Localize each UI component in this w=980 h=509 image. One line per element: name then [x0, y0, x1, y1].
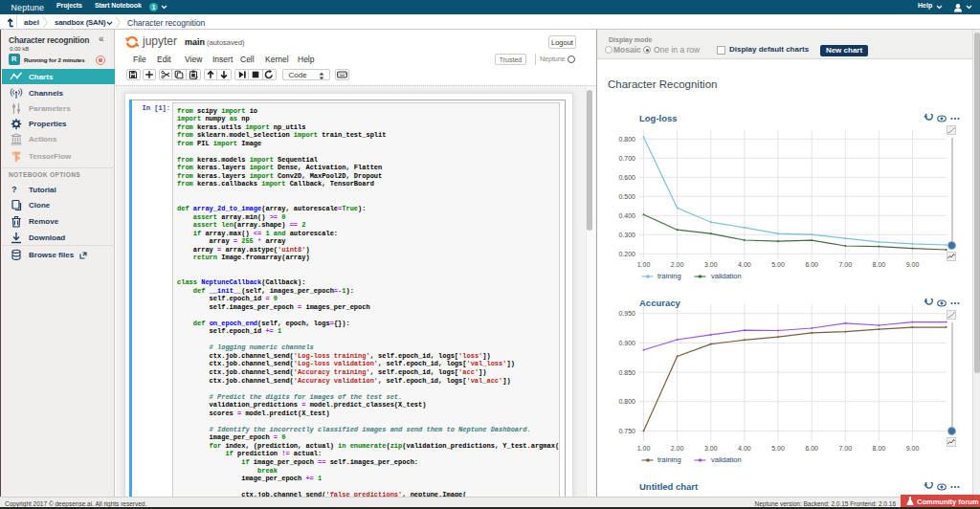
svg-text:0.400: 0.400	[618, 212, 635, 219]
svg-text:3.00: 3.00	[704, 445, 718, 452]
svg-text:4.00: 4.00	[738, 445, 751, 452]
svg-text:0.900: 0.900	[618, 340, 635, 346]
svg-text:9.00: 9.00	[906, 261, 920, 268]
svg-text:4.00: 4.00	[738, 261, 751, 268]
svg-text:2.00: 2.00	[671, 445, 684, 452]
svg-text:0.800: 0.800	[618, 398, 635, 405]
svg-text:0.950: 0.950	[618, 310, 635, 317]
svg-text:8.00: 8.00	[873, 261, 886, 268]
svg-text:0.850: 0.850	[618, 369, 635, 376]
svg-text:0.800: 0.800	[618, 136, 635, 143]
svg-text:7.00: 7.00	[838, 445, 852, 452]
svg-text:8.00: 8.00	[873, 445, 886, 452]
svg-text:9.00: 9.00	[906, 445, 920, 452]
svg-text:1.00: 1.00	[637, 261, 651, 268]
svg-text:0.700: 0.700	[618, 155, 635, 162]
svg-text:0.300: 0.300	[618, 232, 635, 238]
svg-text:6.00: 6.00	[805, 445, 818, 452]
svg-text:6.00: 6.00	[805, 261, 818, 268]
svg-text:3.00: 3.00	[704, 261, 718, 268]
svg-text:0.600: 0.600	[618, 174, 635, 181]
svg-text:5.00: 5.00	[771, 261, 785, 268]
svg-text:1.00: 1.00	[637, 445, 651, 452]
svg-text:0.200: 0.200	[618, 251, 635, 257]
svg-text:7.00: 7.00	[838, 261, 852, 268]
svg-text:5.00: 5.00	[771, 445, 785, 452]
svg-text:0.750: 0.750	[618, 428, 635, 434]
svg-text:2.00: 2.00	[671, 261, 684, 268]
svg-text:0.500: 0.500	[618, 193, 635, 200]
